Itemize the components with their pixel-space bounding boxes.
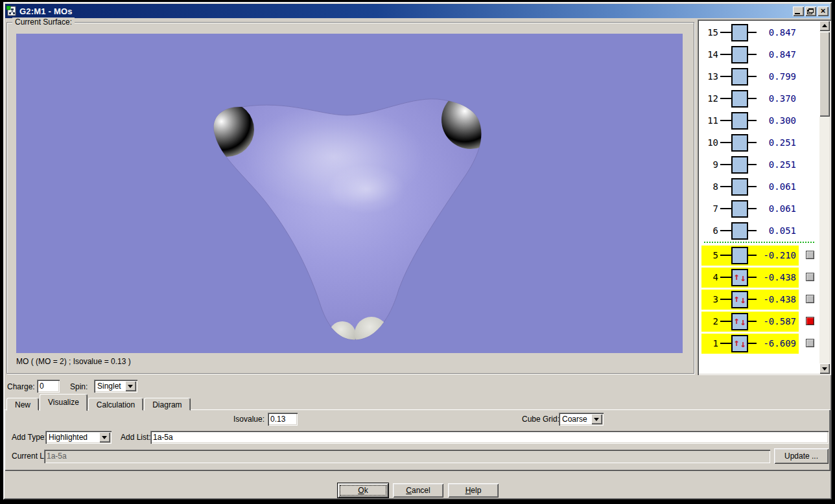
spin-up-arrow-icon: ↑ [733,294,739,304]
mo-energy-value: 0.251 [757,159,799,170]
mo-list-scrollbar[interactable] [819,21,830,374]
scroll-up-button[interactable] [819,21,830,31]
mo-number: 6 [703,225,718,236]
isovalue-input[interactable]: 0.13 [268,413,298,426]
cube-grid-dropdown[interactable]: Coarse [559,413,604,426]
mo-select-checkbox-5[interactable] [806,251,814,259]
mo-select-checkbox-2[interactable] [806,317,814,325]
mo-connector-line [748,299,757,300]
mo-row-main: 3↑↓-0.438 [701,290,799,310]
mo-row-8[interactable]: 80.061 [699,176,819,198]
mo-connector-line [720,255,731,256]
add-type-value: Highlighted [49,433,88,442]
mo-select-checkbox-3[interactable] [806,295,814,303]
mo-select-checkbox-4[interactable] [806,273,814,281]
mo-row-7[interactable]: 70.061 [699,198,819,220]
chevron-down-icon [102,436,107,439]
mo-connector-line [720,120,731,121]
mo-number: 1 [703,338,718,349]
scrollbar-thumb[interactable] [819,32,830,117]
cube-grid-dropdown-button[interactable] [591,414,602,424]
help-button[interactable]: Help [448,483,499,498]
isovalue-label: Isovalue: [233,415,265,424]
tab-visualize[interactable]: Visualize [40,394,88,411]
update-button[interactable]: Update ... [774,448,829,464]
mo-row-11[interactable]: 110.300 [699,109,819,132]
window-title: G2:M1 - MOs [19,6,73,16]
orbital-box: ↑↓ [731,335,748,352]
mo-row-3[interactable]: 3↑↓-0.438 [699,288,819,310]
mo-connector-line [748,76,757,77]
mo-row-13[interactable]: 130.799 [699,65,819,87]
current-surface-label: Current Surface: [12,17,75,27]
restore-button[interactable] [805,6,816,16]
add-type-dropdown[interactable]: Highlighted [45,431,112,444]
mo-row-main: 110.300 [701,111,799,131]
mo-connector-line [748,255,757,256]
mo-row-main: 150.847 [701,23,799,43]
mos-dialog-window: G2:M1 - MOs × Current Surface: [3,2,832,499]
cancel-button[interactable]: Cancel [393,483,443,498]
spin-dropdown[interactable]: Singlet [94,380,137,393]
mo-number: 7 [703,203,718,214]
orbital-box [731,156,748,174]
scroll-down-button[interactable] [819,363,830,374]
orbital-box [731,200,748,218]
surface-viewport[interactable] [16,34,683,353]
mo-row-14[interactable]: 140.847 [699,43,819,65]
tab-new[interactable]: New [6,398,39,411]
mo-number: 12 [703,93,718,104]
charge-input[interactable]: 0 [37,380,60,393]
tab-calculation[interactable]: Calculation [88,398,143,411]
mo-connector-line [720,76,731,77]
mo-select-checkbox-1[interactable] [806,339,814,347]
mo-row-10[interactable]: 100.251 [699,132,819,154]
add-list-input[interactable]: 1a-5a [150,431,829,444]
surface-status-text: MO ( (MO = 2) ; Isovalue = 0.13 ) [16,357,131,366]
mo-energy-list: 150.847140.847130.799120.370110.300100.2… [698,19,831,375]
mo-row-main: 1↑↓-6.609 [701,334,799,354]
mo-row-1[interactable]: 1↑↓-6.609 [699,332,819,354]
mo-row-main: 100.251 [701,133,799,153]
spin-dropdown-button[interactable] [125,381,136,391]
spin-down-arrow-icon: ↓ [740,339,746,349]
chevron-down-icon [594,418,599,421]
mo-row-12[interactable]: 120.370 [699,87,819,109]
mo-connector-line [720,164,731,165]
ok-button[interactable]: Ok [338,483,388,498]
orbital-box [731,178,748,196]
mo-connector-line [748,277,757,278]
mo-number: 14 [703,49,718,60]
add-type-dropdown-button[interactable] [99,432,110,442]
orbital-box [731,222,748,240]
mo-energy-value: -6.609 [757,338,799,349]
orbital-box: ↑↓ [731,269,748,286]
mo-row-15[interactable]: 150.847 [699,21,819,43]
orbital-box [731,112,748,130]
orbital-box [731,68,748,86]
mo-connector-line [720,142,731,143]
mo-row-4[interactable]: 4↑↓-0.438 [699,266,819,288]
tab-diagram[interactable]: Diagram [144,398,190,411]
close-button[interactable]: × [817,6,829,16]
spin-up-arrow-icon: ↑ [733,338,739,348]
mo-energy-value: 0.300 [757,115,799,126]
mo-connector-line [748,142,757,143]
mo-row-5[interactable]: 5-0.210 [699,244,819,266]
chevron-down-icon [128,385,133,388]
title-bar[interactable]: G2:M1 - MOs × [5,4,830,18]
mo-row-9[interactable]: 90.251 [699,154,819,176]
minimize-button[interactable] [793,6,804,16]
mo-energy-value: 0.251 [757,137,799,148]
app-icon [6,6,17,16]
orbital-box [731,247,748,264]
mo-row-6[interactable]: 60.051 [699,220,819,242]
mo-row-2[interactable]: 2↑↓-0.587 [699,310,819,332]
mo-connector-line [748,164,757,165]
mo-connector-line [720,321,731,322]
mo-energy-value: 0.370 [757,93,799,104]
tab-bar: NewVisualizeCalculationDiagram [6,394,191,411]
mo-rows-container: 150.847140.847130.799120.370110.300100.2… [699,21,819,374]
mo-connector-line [748,32,757,33]
mo-energy-value: -0.210 [757,250,799,260]
